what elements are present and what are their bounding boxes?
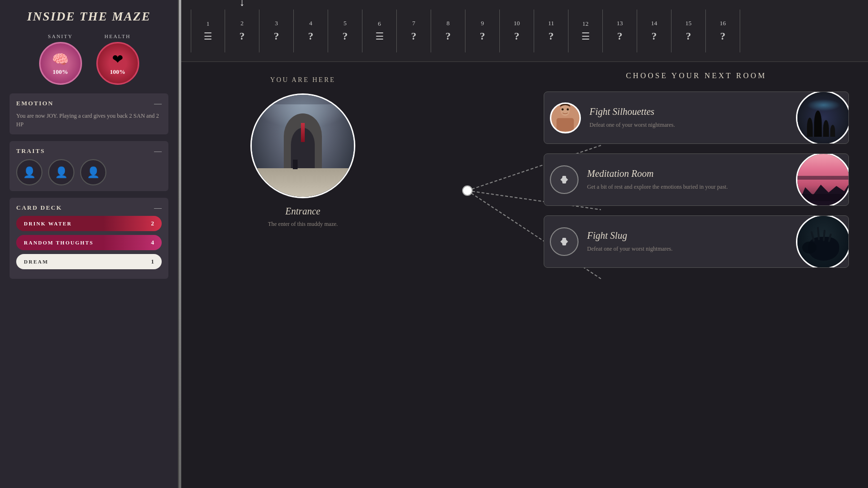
nav-icon-12: ☰ [581,30,590,42]
room-fight1-image [796,92,849,144]
nav-q-11: ? [548,30,554,42]
nav-item-1[interactable]: 1 ☰ [191,10,225,52]
card-drink-water[interactable]: DRINK WATER 2 [16,216,162,231]
meditation-scene [797,154,849,206]
nav-item-15[interactable]: 15 ? [672,10,706,52]
nav-icon-1: ☰ [204,30,212,42]
nav-icon-6: ☰ [375,30,384,42]
room-meditation-content: Meditation Room Get a bit of rest and ex… [579,163,796,197]
location-circle [250,93,355,198]
room-slug-title: Fight Slug [587,230,787,241]
nav-num-13: 13 [617,20,623,27]
nav-item-10[interactable]: 10 ? [500,10,534,52]
emotion-title: EMOTION [16,100,53,107]
trait-1[interactable]: 👤 [16,159,42,185]
svg-point-8 [567,108,569,111]
nav-num-4: 4 [309,20,312,27]
card-random-thoughts[interactable]: RANDOM THOUGHTS 4 [16,235,162,250]
rooms-area: CHOOSE YOUR NEXT ROOM Fight Silhouettes … [544,71,849,277]
heart-icon: ❤ [112,51,123,67]
card-dream-label: DREAM [24,259,49,264]
traits-row: 👤 👤 👤 [16,159,162,185]
nav-arrow-2: ↓ [239,0,245,9]
nav-item-12[interactable]: 12 ☰ [568,10,603,52]
nav-q-3: ? [274,30,279,42]
nav-item-3[interactable]: 3 ? [259,10,294,52]
nav-num-2: 2 [240,20,244,27]
scene-blood [301,123,305,142]
nav-num-12: 12 [582,20,589,28]
nav-item-4[interactable]: 4 ? [294,10,328,52]
sanity-label: SANITY [48,33,72,39]
card-dream-count: 1 [151,258,155,265]
nav-num-14: 14 [651,20,657,27]
sanity-percent: 100% [52,68,68,76]
nav-num-1: 1 [207,20,210,28]
card-dream[interactable]: DREAM 1 [16,254,162,269]
svg-point-3 [463,186,472,195]
nav-q-10: ? [514,30,519,42]
location-description: The enter of this muddy maze. [219,221,386,228]
meditation-mountains [797,180,849,206]
scene-figure [293,160,298,169]
emotion-header: EMOTION — [16,99,162,108]
nav-item-16[interactable]: 16 ? [706,10,740,52]
room-slug-content: Fight Slug Defeat one of your worst nigh… [579,224,796,259]
scene-arch [284,113,322,171]
nav-q-8: ? [445,30,451,42]
nav-item-14[interactable]: 14 ? [637,10,672,52]
nav-num-15: 15 [685,20,692,27]
room-fight1-content: Fight Silhouettes Defeat one of your wor… [581,101,796,135]
room-meditation-title: Meditation Room [587,168,787,179]
nav-item-11[interactable]: 11 ? [534,10,568,52]
trait-2[interactable]: 👤 [48,159,74,185]
svg-marker-13 [560,240,562,244]
room-fight-silhouettes[interactable]: Fight Silhouettes Defeat one of your wor… [544,92,849,144]
stats-row: SANITY 🧠 100% HEALTH ❤ 100% [10,33,168,85]
nav-q-7: ? [411,30,416,42]
nav-q-15: ? [686,30,691,42]
carddeck-header: CARD DECK — [16,203,162,212]
emotion-dash: — [154,99,162,108]
carddeck-dash: — [154,203,162,212]
carddeck-title: CARD DECK [16,204,62,212]
nav-q-2: ? [239,30,245,42]
nav-item-8[interactable]: 8 ? [431,10,465,52]
nav-num-5: 5 [343,20,347,27]
nav-num-8: 8 [446,20,450,27]
room-slug-image [796,215,849,268]
room-slug-desc: Defeat one of your worst nightmares. [587,245,787,253]
nav-item-5[interactable]: 5 ? [328,10,362,52]
nav-item-2[interactable]: ↓ 2 ? [225,10,259,52]
room-meditation-desc: Get a bit of rest and explore the emotio… [587,183,787,191]
main-area: 1 ☰ ↓ 2 ? 3 ? 4 ? 5 ? 6 ☰ [181,0,868,488]
nav-item-6[interactable]: 6 ☰ [362,10,397,52]
room-fight1-title: Fight Silhouettes [589,106,787,117]
nav-item-13[interactable]: 13 ? [603,10,637,52]
card-drink-label: DRINK WATER [24,221,72,226]
room-nav-icon-meditation [550,165,579,194]
nav-item-7[interactable]: 7 ? [397,10,431,52]
nav-item-9[interactable]: 9 ? [465,10,500,52]
nav-num-9: 9 [481,20,484,27]
nav-q-14: ? [651,30,657,42]
location-area: YOU ARE HERE Entrance The enter of this … [219,76,386,228]
traits-dash: — [154,147,162,155]
nav-q-9: ? [480,30,485,42]
svg-marker-14 [566,240,568,244]
location-scene [252,95,354,197]
svg-marker-11 [566,178,568,182]
location-header: YOU ARE HERE [219,76,386,84]
room-avatar-fight1 [550,102,581,133]
room-fight1-desc: Defeat one of your worst nightmares. [589,121,787,129]
room-fight-slug[interactable]: Fight Slug Defeat one of your worst nigh… [544,215,849,268]
nav-q-13: ? [617,30,622,42]
card-drink-count: 2 [151,220,155,227]
brain-icon: 🧠 [52,51,69,67]
scene-ground [252,168,354,197]
trait-3[interactable]: 👤 [80,159,106,185]
room-meditation[interactable]: Meditation Room Get a bit of rest and ex… [544,153,849,206]
health-stat: HEALTH ❤ 100% [96,33,139,85]
health-percent: 100% [110,68,125,76]
emotion-panel: EMOTION — You are now JOY. Playing a car… [10,93,168,134]
